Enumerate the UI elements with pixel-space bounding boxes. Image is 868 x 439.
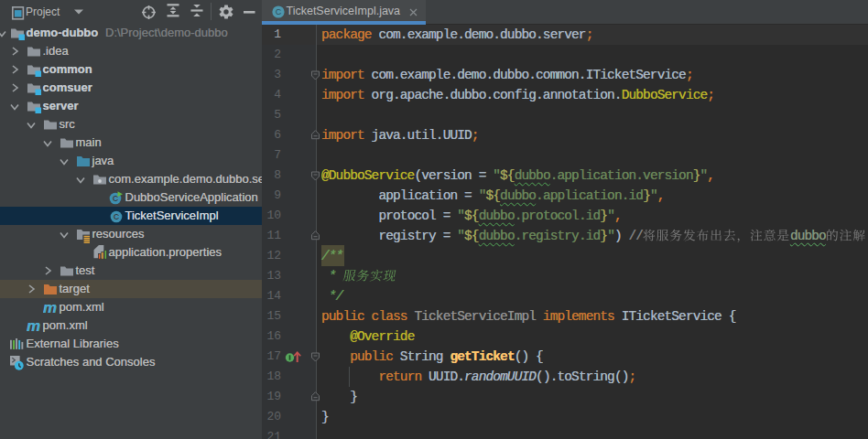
svg-text:C: C [114, 212, 120, 221]
svg-text:m: m [43, 300, 57, 316]
svg-text:m: m [27, 318, 40, 335]
svg-text:C: C [275, 7, 281, 16]
